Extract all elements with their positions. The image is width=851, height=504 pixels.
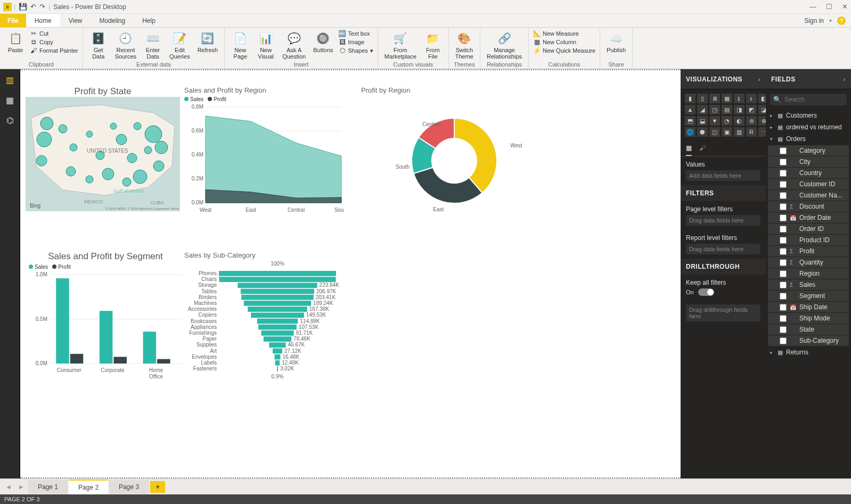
viz-type-icon[interactable]: ◩	[746, 105, 757, 114]
viz-type-icon[interactable]: ⬓	[697, 116, 708, 126]
viz-type-icon[interactable]: ▥	[734, 127, 744, 137]
page-filters-dropzone[interactable]: Drag data fields here	[686, 215, 760, 226]
field-checkbox[interactable]	[780, 293, 787, 300]
field-checkbox[interactable]	[780, 226, 787, 233]
format-painter-button[interactable]: 🖌Format Painter	[30, 47, 78, 54]
field-checkbox[interactable]	[780, 282, 787, 288]
field-item[interactable]: Customer Na...	[768, 190, 849, 201]
field-checkbox[interactable]	[780, 203, 787, 210]
viz-type-icon[interactable]: ▤	[722, 105, 732, 114]
fields-tab[interactable]: ▦	[686, 144, 692, 156]
table-row[interactable]: ▸▦Returns	[766, 346, 851, 358]
copy-button[interactable]: ⧉Copy	[30, 38, 78, 46]
viz-type-icon[interactable]: ▣	[722, 127, 732, 137]
viz-type-icon[interactable]: ▮	[685, 94, 695, 103]
new-page-button[interactable]: 📄New Page	[229, 30, 251, 61]
help-icon[interactable]: ?	[837, 16, 846, 25]
field-checkbox[interactable]	[780, 181, 787, 188]
from-marketplace-button[interactable]: 🛒From Marketplace	[382, 30, 419, 61]
field-item[interactable]: ΣSales	[768, 279, 849, 290]
page-tab-2[interactable]: Page 2	[69, 480, 108, 494]
signin-link[interactable]: Sign in	[804, 17, 824, 24]
report-filters-dropzone[interactable]: Drag data fields here	[686, 244, 760, 254]
field-checkbox[interactable]	[780, 248, 787, 255]
save-icon[interactable]: 💾	[19, 3, 27, 11]
viz-type-icon[interactable]: ▼	[709, 116, 720, 126]
field-item[interactable]: City	[768, 156, 849, 167]
viz-type-icon[interactable]: ◔	[722, 116, 732, 126]
viz-type-icon[interactable]: ◢	[697, 105, 708, 114]
viz-type-icon[interactable]: ◫	[709, 127, 720, 137]
field-item[interactable]: Customer ID	[768, 179, 849, 189]
visual-area[interactable]: Sales and Profit by Region Sales Profit …	[184, 86, 344, 218]
page-tab-3[interactable]: Page 3	[109, 480, 149, 494]
from-file-button[interactable]: 📁From File	[422, 30, 444, 61]
field-item[interactable]: Sub-Category	[768, 335, 849, 346]
data-view-button[interactable]: ▦	[4, 94, 17, 106]
field-item[interactable]: Country	[768, 168, 849, 178]
table-row[interactable]: ▾▦Orders	[766, 133, 851, 145]
viz-type-icon[interactable]: ◳	[709, 105, 720, 114]
viz-type-icon[interactable]: ⫾	[746, 94, 757, 103]
field-item[interactable]: State	[768, 324, 849, 335]
edit-queries-button[interactable]: 📝Edit Queries	[167, 30, 192, 61]
publish-button[interactable]: ☁️Publish	[604, 30, 628, 54]
undo-icon[interactable]: ↶	[30, 3, 36, 11]
manage-relationships-button[interactable]: 🔗Manage Relationships	[485, 30, 524, 61]
viz-type-icon[interactable]: ⫿	[734, 94, 744, 103]
table-row[interactable]: ▸▦Customers	[766, 110, 851, 121]
field-checkbox[interactable]	[780, 170, 787, 177]
ask-question-button[interactable]: 💬Ask A Question	[280, 30, 308, 61]
tab-help[interactable]: Help	[134, 14, 164, 27]
tab-file[interactable]: File	[0, 14, 26, 27]
tab-home[interactable]: Home	[26, 14, 60, 27]
model-view-button[interactable]: ⌬	[4, 114, 17, 127]
viz-type-icon[interactable]: R	[746, 127, 757, 137]
field-item[interactable]: Region	[768, 268, 849, 279]
refresh-button[interactable]: 🔄Refresh	[195, 30, 220, 54]
field-checkbox[interactable]	[780, 147, 787, 154]
field-checkbox[interactable]	[780, 337, 787, 344]
new-quick-measure-button[interactable]: ⚡New Quick Measure	[533, 47, 595, 54]
page-prev[interactable]: ◄	[2, 483, 15, 491]
field-item[interactable]: Category	[768, 145, 849, 156]
viz-type-icon[interactable]: ▦	[722, 94, 732, 103]
viz-type-icon[interactable]: 🌐	[685, 127, 695, 137]
field-checkbox[interactable]	[780, 270, 787, 277]
switch-theme-button[interactable]: 🎨Switch Theme	[453, 30, 476, 61]
image-button[interactable]: 🖼Image	[339, 38, 373, 46]
cut-button[interactable]: ✂Cut	[30, 30, 78, 37]
viz-type-icon[interactable]: ⬢	[697, 127, 708, 137]
field-checkbox[interactable]	[780, 304, 787, 311]
viz-type-icon[interactable]: ⬒	[685, 116, 695, 126]
page-next[interactable]: ►	[15, 483, 28, 491]
keep-filters-toggle[interactable]	[698, 288, 714, 296]
page-tab-1[interactable]: Page 1	[28, 480, 68, 494]
new-measure-button[interactable]: 📐New Measure	[533, 30, 595, 37]
table-row[interactable]: ▸▦ordered vs returned	[766, 121, 851, 133]
close-button[interactable]: ✕	[842, 3, 848, 11]
minimize-button[interactable]: —	[809, 3, 816, 11]
maximize-button[interactable]: ☐	[826, 3, 832, 11]
field-checkbox[interactable]	[780, 237, 787, 244]
chevron-down-icon[interactable]: ▾	[829, 18, 832, 23]
field-checkbox[interactable]	[780, 159, 787, 166]
recent-sources-button[interactable]: 🕘Recent Sources	[113, 30, 138, 61]
field-item[interactable]: 📅Ship Date	[768, 302, 849, 312]
field-item[interactable]: 📅Order Date	[768, 212, 849, 223]
new-column-button[interactable]: ▦New Column	[533, 38, 595, 46]
shapes-button[interactable]: ⬡Shapes ▾	[339, 47, 373, 54]
tab-modeling[interactable]: Modeling	[91, 14, 134, 27]
field-item[interactable]: Order ID	[768, 224, 849, 234]
report-view-button[interactable]: ▥	[4, 73, 17, 86]
field-checkbox[interactable]	[780, 192, 787, 199]
viz-type-icon[interactable]: ◨	[734, 105, 744, 114]
field-item[interactable]: Product ID	[768, 235, 849, 245]
viz-type-icon[interactable]: ⊚	[746, 116, 757, 126]
visual-map[interactable]: Profit by State UNITED STATES Gulf of Me…	[26, 86, 180, 213]
field-item[interactable]: ΣQuantity	[768, 257, 849, 268]
enter-data-button[interactable]: ⌨️Enter Data	[142, 30, 164, 61]
field-item[interactable]: ΣDiscount	[768, 201, 849, 212]
buttons-button[interactable]: 🔘Buttons	[311, 30, 335, 54]
redo-icon[interactable]: ↷	[39, 3, 45, 11]
